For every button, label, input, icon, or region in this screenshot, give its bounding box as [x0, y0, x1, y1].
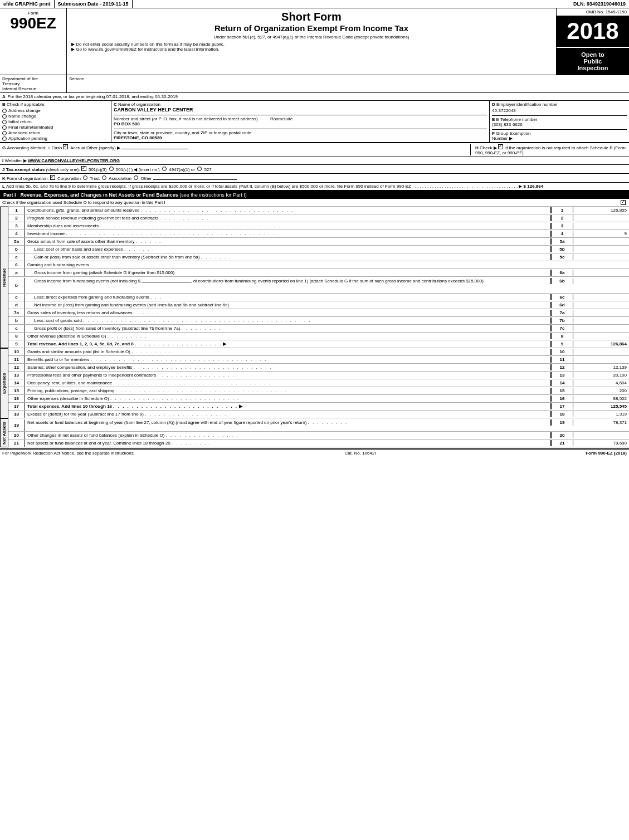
row-value [573, 257, 629, 258]
row-number: 12 [8, 364, 25, 371]
corporation-checkbox[interactable] [50, 175, 55, 180]
row-number: 13 [8, 372, 25, 379]
row-value: 126,864 [573, 341, 629, 347]
row-line-ref: 9 [551, 341, 573, 347]
addr-label: Number and street (or P. O. box, if mail… [114, 116, 258, 121]
row-line-ref: 19 [551, 419, 573, 426]
row-line-ref: 12 [551, 364, 573, 370]
tax-exempt-label: Tax-exempt status (check only one): [6, 167, 81, 172]
row-line-ref: 1 [551, 207, 573, 213]
row-line-ref: 20 [551, 432, 573, 438]
part1-header: Part I Revenue, Expenses, and Changes in… [0, 191, 629, 199]
501c3-label: 501(c)(3) [89, 167, 108, 172]
row-line-ref: 18 [551, 411, 573, 417]
row-line-ref: 2 [551, 215, 573, 221]
row-number: 14 [8, 379, 25, 387]
row-value [573, 328, 629, 329]
row-description: Gross profit or (loss) from sales of inv… [25, 325, 551, 331]
dept-row: Department of the Treasury Internal Reve… [0, 75, 629, 93]
row-number: b [8, 246, 25, 253]
initial-return-radio[interactable] [2, 120, 7, 124]
city-value: FIRESTONE, CO 80520 [114, 135, 487, 140]
name-change-radio[interactable] [2, 114, 7, 119]
row-number: 21 [8, 439, 25, 447]
row-description: Net assets or fund balances at beginning… [25, 419, 551, 426]
4947-label: 4947(a)(1) or [169, 167, 196, 172]
row-value [573, 278, 629, 279]
527-label: 527 [204, 167, 211, 172]
final-return-label: Final return/terminated [8, 125, 53, 130]
table-row: 2 Program service revenue including gove… [8, 214, 629, 222]
section-j: J Tax-exempt status (check only one): 50… [0, 165, 629, 174]
trust-radio[interactable] [83, 175, 87, 180]
other-org-label: Other [140, 176, 153, 181]
table-row: 1 Contributions, gifts, grants, and simi… [8, 207, 629, 214]
row-value: 4,604 [573, 380, 629, 386]
part1-checkbox[interactable] [621, 200, 626, 205]
schedule-b-checkbox[interactable] [498, 144, 503, 149]
row-number: 20 [8, 432, 25, 439]
4947-radio[interactable] [162, 167, 167, 171]
section-gh: G Accounting Method: ○ Cash Accrual Othe… [0, 143, 629, 157]
row-value [573, 359, 629, 360]
expenses-side-label: Expenses [0, 348, 8, 418]
header-section: Form 990EZ Short Form Return of Organiza… [0, 8, 629, 75]
row-description: Total revenue. Add lines 1, 2, 3, 4, 5c,… [25, 341, 551, 347]
page-footer: For Paperwork Reduction Act Notice, see … [0, 448, 629, 457]
row-description: Other expenses (describe in Schedule O) … [25, 395, 551, 402]
final-return-radio[interactable] [2, 125, 7, 130]
row-description: Professional fees and other payments to … [25, 372, 551, 378]
initial-return-option[interactable]: Initial return [2, 119, 109, 124]
other-org-radio[interactable] [134, 175, 138, 180]
row-line-ref: 8 [551, 333, 573, 339]
row-line-ref [551, 265, 573, 266]
application-pending-radio[interactable] [2, 136, 7, 141]
row-value [573, 336, 629, 337]
association-radio[interactable] [102, 175, 106, 180]
section-b-text: Check if applicable: [7, 102, 45, 107]
row-description: Less: cost or other basis and sales expe… [25, 246, 551, 252]
row-line-ref: 7c [551, 325, 573, 331]
table-row: b Less: cost of goods sold . . . . . . .… [8, 317, 629, 325]
501c-radio[interactable] [109, 167, 114, 171]
row-line-ref: 7b [551, 318, 573, 324]
row-value: 125,545 [573, 403, 629, 409]
efile-label: efile GRAPHIC print [0, 0, 55, 8]
other-org-field [153, 179, 237, 180]
table-row: 8 Other revenue (describe in Schedule O)… [8, 333, 629, 340]
row-line-ref: 5a [551, 238, 573, 245]
part1-check-text: Check if the organization used Schedule … [2, 200, 165, 205]
row-value [573, 218, 629, 219]
dept-info: Department of the Treasury Internal Reve… [0, 75, 67, 92]
row-description: Other revenue (describe in Schedule O) .… [25, 333, 551, 339]
address-change-option[interactable]: Address change [2, 108, 109, 113]
other-field [121, 149, 188, 149]
table-row: 18 Excess or (deficit) for the year (Sub… [8, 411, 629, 418]
accrual-checkbox[interactable] [63, 144, 68, 149]
accrual-option: Accrual [63, 145, 86, 150]
name-change-option[interactable]: Name change [2, 114, 109, 119]
application-pending-option[interactable]: Application pending [2, 136, 109, 141]
table-row: 21 Net assets or fund balances at end of… [8, 439, 629, 447]
final-return-option[interactable]: Final return/terminated [2, 125, 109, 130]
527-radio[interactable] [197, 167, 202, 171]
net-assets-side-label: Net Assets [0, 418, 8, 447]
row-description: Printing, publications, postage, and shi… [25, 388, 551, 394]
section-g: G Accounting Method: ○ Cash Accrual Othe… [2, 144, 471, 155]
initial-return-label: Initial return [8, 119, 32, 124]
row-description: Gain or (loss) from sale of assets other… [25, 254, 551, 260]
net-assets-table: 19 Net assets or fund balances at beginn… [8, 418, 629, 447]
part1-label: Part I [3, 192, 16, 198]
amended-return-radio[interactable] [2, 131, 7, 135]
address-change-radio[interactable] [2, 109, 7, 113]
row-description: Program service revenue including govern… [25, 215, 551, 221]
amended-return-option[interactable]: Amended return [2, 130, 109, 135]
amended-return-label: Amended return [8, 130, 40, 135]
part1-check-line: Check if the organization used Schedule … [0, 199, 629, 207]
table-row: 12 Salaries, other compensation, and emp… [8, 364, 629, 372]
row-number: 3 [8, 222, 25, 229]
row-description: Gaming and fundraising events [25, 262, 551, 268]
row-number: b [8, 317, 25, 324]
501c3-checkbox[interactable] [81, 166, 86, 171]
section-b: B Check if applicable: Address change Na… [0, 101, 111, 142]
